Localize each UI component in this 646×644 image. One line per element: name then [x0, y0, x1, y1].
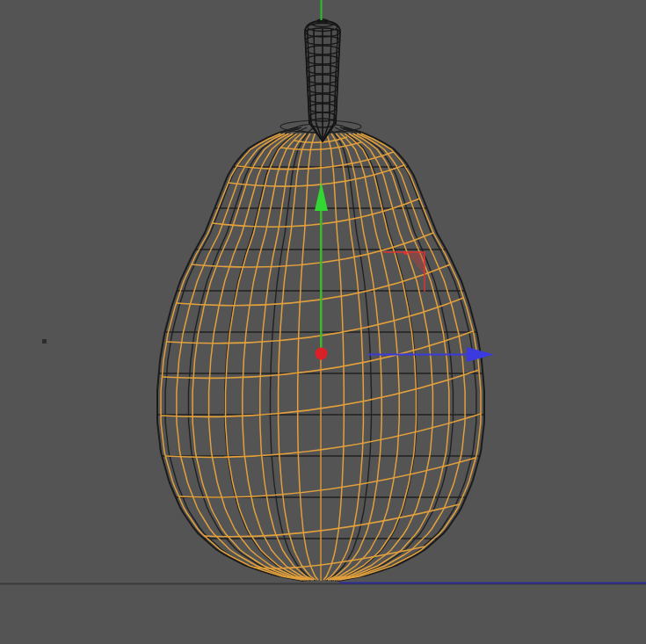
gizmo-center-handle[interactable] — [316, 348, 328, 360]
viewport-3d-container[interactable] — [0, 0, 646, 644]
viewport-3d[interactable] — [0, 0, 646, 644]
origin-point — [42, 339, 47, 344]
stem-mesh[interactable] — [305, 19, 340, 141]
